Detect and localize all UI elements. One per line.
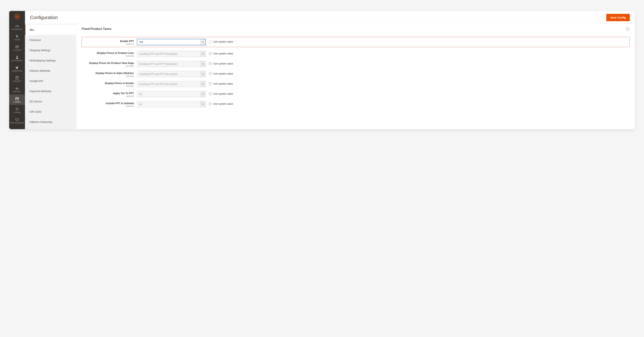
form-row-display-prices-sales-modules: Display Prices In Sales Modules[website]…	[82, 71, 630, 77]
select-value: No	[139, 93, 142, 96]
settings-nav-item-3d-secure[interactable]: 3D Secure	[25, 96, 76, 106]
settings-nav-item-address-cleansing[interactable]: Address Cleansing	[25, 117, 76, 127]
field-label: Display Prices On Product View Page[webs…	[82, 61, 134, 67]
form-row-display-prices-product-view: Display Prices On Product View Page[webs…	[82, 61, 630, 67]
use-system-label: Use system value	[213, 102, 233, 105]
chevron-down-icon	[200, 91, 206, 97]
use-system-value-display-prices-product-view[interactable]: Use system value	[209, 61, 630, 65]
settings-nav-item-delivery-methods[interactable]: Delivery Methods	[25, 66, 76, 76]
checkbox-icon[interactable]	[209, 62, 212, 65]
select-value: Including FPT and FPT description	[139, 62, 178, 66]
admin-nav-item-content[interactable]: CONTENT	[9, 74, 25, 84]
checkbox-icon[interactable]	[209, 52, 212, 55]
handshake-icon	[15, 118, 19, 122]
settings-nav-item-tax[interactable]: Tax	[25, 24, 76, 35]
chevron-down-icon	[200, 51, 206, 57]
svg-line-1	[17, 26, 18, 27]
select-apply-tax-to-fpt: No	[137, 91, 206, 97]
page-title: Configuration	[30, 15, 58, 20]
select-display-prices-product-view: Including FPT and FPT description	[137, 61, 206, 67]
bars-icon	[15, 86, 19, 90]
svg-point-9	[16, 108, 18, 110]
checkbox-icon[interactable]	[209, 102, 212, 105]
checkbox-icon[interactable]	[209, 92, 212, 95]
select-display-prices-sales-modules: Including FPT and FPT description	[137, 71, 206, 77]
use-system-value-enable-fpt[interactable]: Use system value	[209, 39, 628, 43]
svg-rect-5	[16, 77, 18, 78]
field-scope: [website]	[82, 43, 134, 45]
chevron-down-icon	[200, 71, 206, 77]
form-rows: Enable FPT[website]YesUse system valueDi…	[82, 37, 630, 107]
admin-nav-item-reports[interactable]: REPORTS	[9, 84, 25, 94]
settings-nav-item-gift-cards[interactable]: Gift Cards	[25, 106, 76, 117]
select-display-prices-product-lists: Including FPT and FPT description	[137, 51, 206, 57]
page-header: Configuration Save Config	[25, 11, 635, 24]
field-label: Include FPT In Subtotal[website]	[82, 101, 134, 107]
field-label: Enable FPT[website]	[82, 39, 134, 45]
settings-nav-item-checkout[interactable]: Checkout	[25, 35, 76, 45]
admin-nav: DASHBOARD$SALESCATALOGCUSTOMERSMARKETING…	[9, 11, 25, 129]
use-system-value-display-prices-sales-modules[interactable]: Use system value	[209, 71, 630, 75]
admin-nav-item-catalog[interactable]: CATALOG	[9, 42, 25, 53]
settings-nav-item-payment-methods[interactable]: Payment Methods	[25, 86, 76, 96]
admin-nav-item-system[interactable]: SYSTEM	[9, 105, 25, 115]
gear-icon	[15, 107, 19, 111]
settings-nav-item-google-api[interactable]: Google API	[25, 76, 76, 86]
field-label-text: Include FPT In Subtotal	[106, 102, 134, 105]
admin-nav-item-dashboard[interactable]: DASHBOARD	[9, 22, 25, 32]
admin-nav-item-sales[interactable]: $SALES	[9, 32, 25, 42]
chevron-down-icon	[200, 39, 206, 45]
use-system-label: Use system value	[213, 62, 233, 65]
field-scope: [website]	[82, 85, 134, 87]
field-label: Display Prices In Sales Modules[website]	[82, 71, 134, 77]
admin-nav-item-stores[interactable]: STORES	[9, 94, 25, 105]
use-system-label: Use system value	[213, 72, 233, 75]
chevron-down-icon	[200, 81, 206, 87]
person-icon	[15, 55, 19, 59]
use-system-value-display-prices-product-lists[interactable]: Use system value	[209, 51, 630, 55]
field-label: Display Prices In Product Lists[website]	[82, 51, 134, 57]
admin-nav-label: REPORTS	[13, 91, 21, 93]
admin-nav-label: DASHBOARD	[12, 28, 23, 30]
section-header: Fixed Product Taxes	[82, 27, 630, 31]
use-system-label: Use system value	[213, 82, 233, 85]
storefront-icon	[15, 97, 19, 100]
use-system-value-apply-tax-to-fpt[interactable]: Use system value	[209, 91, 630, 95]
save-config-button[interactable]: Save Config	[606, 14, 630, 21]
use-system-label: Use system value	[213, 92, 233, 95]
field-label-text: Enable FPT	[120, 40, 134, 42]
field-label-text: Display Prices In Sales Modules	[96, 72, 134, 74]
admin-nav-item-marketing[interactable]: MARKETING	[9, 64, 25, 74]
chevron-down-icon	[200, 101, 206, 107]
select-value: Including FPT and FPT description	[139, 52, 178, 55]
use-system-value-display-prices-emails[interactable]: Use system value	[209, 81, 630, 85]
svg-rect-6	[16, 88, 16, 90]
admin-nav-label: STORES	[14, 101, 20, 103]
checkbox-icon[interactable]	[209, 82, 212, 85]
admin-nav-label: CATALOG	[13, 50, 21, 51]
admin-nav-label: CUSTOMERS	[12, 60, 23, 62]
section-collapse-button[interactable]	[626, 27, 630, 31]
field-scope: [website]	[82, 55, 134, 57]
settings-nav-item-shipping-settings[interactable]: Shipping Settings	[25, 45, 76, 55]
form-row-enable-fpt: Enable FPT[website]YesUse system value	[82, 37, 630, 47]
select-enable-fpt[interactable]: Yes	[137, 39, 206, 45]
form-row-apply-tax-to-fpt: Apply Tax To FPT[website]NoUse system va…	[82, 91, 630, 97]
checkbox-icon[interactable]	[209, 72, 212, 75]
use-system-label: Use system value	[213, 40, 233, 43]
admin-nav-label: CONTENT	[13, 80, 21, 82]
checkbox-icon[interactable]	[209, 40, 212, 43]
admin-nav-item-customers[interactable]: CUSTOMERS	[9, 53, 25, 64]
field-label: Display Prices In Emails[website]	[82, 81, 134, 87]
box-icon	[15, 45, 19, 49]
settings-nav-item-multishipping-settings[interactable]: Multishipping Settings	[25, 55, 76, 66]
admin-nav-item-find-partners[interactable]: FIND PARTNERS	[9, 115, 25, 126]
field-scope: [website]	[82, 95, 134, 97]
field-scope: [website]	[82, 65, 134, 67]
select-value: Yes	[139, 40, 143, 44]
field-label-text: Apply Tax To FPT	[113, 92, 134, 95]
use-system-value-include-fpt-subtotal[interactable]: Use system value	[209, 101, 630, 105]
chevron-up-icon	[627, 28, 628, 30]
field-label-text: Display Prices On Product View Page	[89, 62, 134, 64]
select-value: No	[139, 103, 142, 106]
